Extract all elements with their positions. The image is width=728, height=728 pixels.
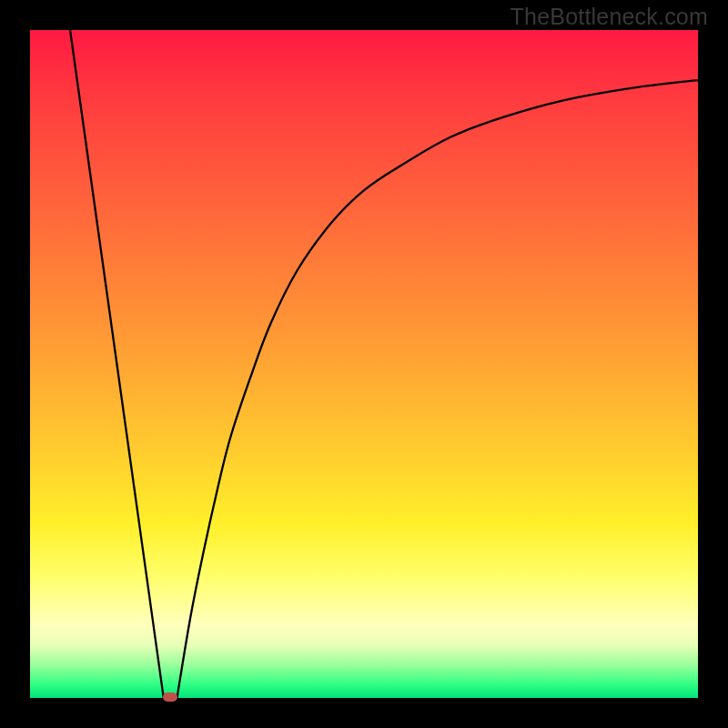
curve-right-ascent bbox=[177, 80, 698, 698]
minimum-marker bbox=[163, 693, 177, 702]
curve-left-descent bbox=[70, 30, 164, 698]
chart-frame: TheBottleneck.com bbox=[0, 0, 728, 728]
curve-svg bbox=[30, 30, 698, 698]
plot-area bbox=[30, 30, 698, 698]
watermark-text: TheBottleneck.com bbox=[511, 4, 708, 30]
